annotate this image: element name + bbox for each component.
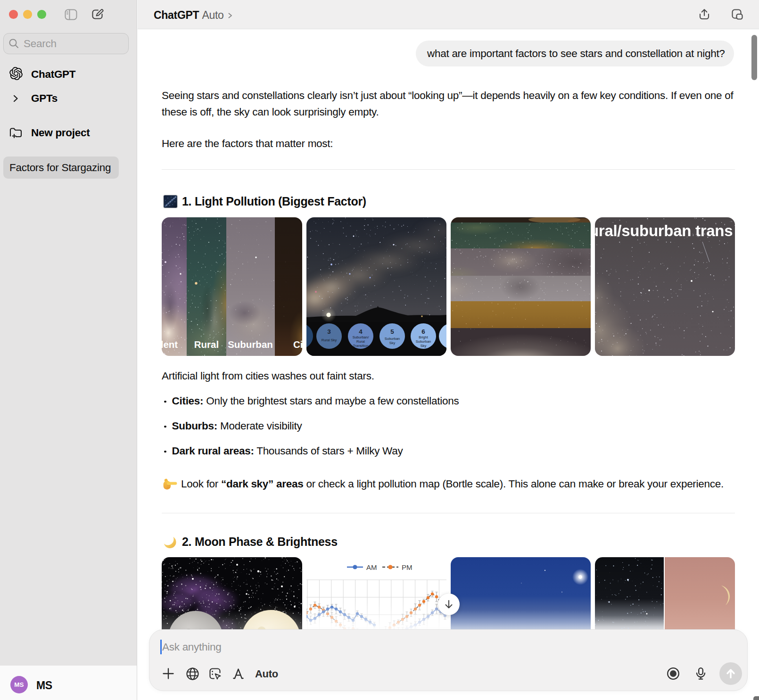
svg-text:4: 4 xyxy=(359,328,363,335)
svg-text:5: 5 xyxy=(390,328,394,335)
svg-text:6: 6 xyxy=(421,328,425,335)
svg-text:Sky: Sky xyxy=(389,341,396,345)
svg-text:Suburban/: Suburban/ xyxy=(353,335,370,339)
svg-text:PM: PM xyxy=(402,563,412,571)
svg-text:llent: llent xyxy=(162,339,178,350)
svg-text:Suburban: Suburban xyxy=(385,337,400,341)
svg-text:Rural: Rural xyxy=(194,339,219,350)
svg-text:3: 3 xyxy=(327,328,331,335)
svg-text:Rural: Rural xyxy=(356,339,365,344)
svg-text:AM: AM xyxy=(366,563,377,571)
svg-text:Transition: Transition xyxy=(353,344,369,348)
svg-text:Bright: Bright xyxy=(419,335,429,339)
svg-text:Ci: Ci xyxy=(293,339,302,350)
svg-text:Rural Sky: Rural Sky xyxy=(322,338,337,342)
svg-text:Sky: Sky xyxy=(421,344,427,348)
svg-text:Suburban: Suburban xyxy=(416,339,431,344)
svg-text:ural/suburban trans: ural/suburban trans xyxy=(595,222,733,239)
svg-text:Suburban: Suburban xyxy=(228,339,273,350)
